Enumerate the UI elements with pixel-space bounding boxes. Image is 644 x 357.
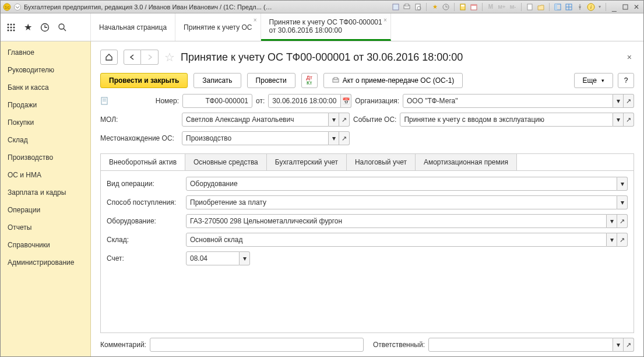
sidebar-item-prod[interactable]: Производство (1, 149, 90, 166)
sidebar-item-purchase[interactable]: Покупки (1, 114, 90, 131)
report-button[interactable]: Акт о приеме-передаче ОС (ОС-1) (323, 73, 463, 88)
window-minimize-icon[interactable]: _ (610, 2, 619, 12)
tool-folder-icon[interactable] (536, 2, 546, 12)
open-icon[interactable] (624, 338, 634, 352)
tool-save-icon[interactable] (391, 2, 400, 12)
tool-m-icon[interactable]: M (486, 2, 495, 12)
svg-point-29 (8, 29, 9, 31)
apps-icon[interactable] (6, 23, 16, 32)
itab-fixed-assets[interactable]: Основные средства (185, 154, 267, 170)
open-icon[interactable] (617, 214, 628, 228)
chevron-down-icon[interactable]: ▾ (607, 214, 617, 228)
dt-kt-button[interactable]: ДтКт (301, 73, 318, 88)
content-close-icon[interactable]: × (625, 50, 634, 64)
chevron-down-icon[interactable]: ▾ (617, 177, 628, 191)
tool-panel-left-icon[interactable] (553, 2, 562, 12)
sidebar-item-manager[interactable]: Руководителю (1, 61, 90, 79)
app-logo-icon: 1c (3, 3, 11, 11)
chevron-down-icon[interactable]: ▾ (617, 195, 628, 209)
itab-amort[interactable]: Амортизационная премия (416, 154, 517, 170)
chevron-down-icon[interactable]: ▾ (607, 233, 617, 247)
more-button[interactable]: Еще▾ (574, 73, 613, 88)
itab-tax[interactable]: Налоговый учет (347, 154, 416, 170)
sidebar-item-reports[interactable]: Отчеты (1, 219, 90, 236)
svg-rect-10 (461, 5, 464, 6)
open-icon[interactable] (617, 233, 628, 247)
tool-panel-grid-icon[interactable] (564, 2, 573, 12)
calendar-icon[interactable] (341, 94, 351, 108)
tool-calendar-icon[interactable] (469, 2, 478, 12)
event-input[interactable]: Принятие к учету с вводом в эксплуатацию (400, 113, 613, 127)
tool-history-icon[interactable] (441, 2, 451, 12)
tool-info-dd-icon[interactable]: ▾ (597, 2, 602, 12)
sidebar-item-bank[interactable]: Банк и касса (1, 79, 90, 96)
date-input[interactable]: 30.06.2016 18:00:00 (268, 94, 341, 108)
tool-calc-icon[interactable] (458, 2, 467, 12)
itab-noncurrent[interactable]: Внеоборотный актив (101, 154, 185, 170)
number-input[interactable]: ТФ00-000001 (182, 94, 252, 108)
tool-print-icon[interactable] (402, 2, 411, 12)
dropdown-icon[interactable] (13, 3, 22, 11)
mol-input[interactable]: Светлов Александр Анатольевич (182, 113, 329, 127)
optype-input[interactable]: Оборудование (186, 177, 617, 191)
chevron-down-icon[interactable]: ▾ (329, 131, 339, 145)
optype-label: Вид операции: (107, 180, 182, 188)
favorite-icon[interactable]: ☆ (164, 50, 175, 64)
tab-close-icon[interactable]: × (254, 17, 257, 23)
row-comment-resp: Комментарий: Ответственный: ▾ (100, 338, 634, 352)
post-and-close-button[interactable]: Провести и закрыть (100, 73, 188, 88)
tab-row: ★ Начальная страница Принятие к учету ОС… (1, 13, 643, 41)
tool-settings-icon[interactable] (575, 2, 585, 12)
sidebar-item-stock[interactable]: Склад (1, 131, 90, 149)
tool-info-icon[interactable]: i (586, 2, 596, 12)
chevron-down-icon[interactable]: ▾ (613, 113, 624, 127)
window-close-icon[interactable]: ✕ (632, 2, 641, 12)
sidebar-item-sales[interactable]: Продажи (1, 96, 90, 114)
help-button[interactable]: ? (618, 73, 634, 88)
open-icon[interactable] (624, 94, 634, 108)
chevron-down-icon[interactable]: ▾ (613, 94, 624, 108)
open-icon[interactable] (339, 113, 350, 127)
itab-accounting[interactable]: Бухгалтерский учет (267, 154, 347, 170)
back-button[interactable] (124, 50, 141, 65)
resp-input[interactable] (428, 338, 613, 352)
chevron-down-icon[interactable]: ▾ (329, 113, 339, 127)
save-button[interactable]: Записать (193, 73, 241, 88)
open-icon[interactable] (339, 131, 350, 145)
open-icon[interactable] (624, 113, 634, 127)
history-icon[interactable] (40, 23, 50, 32)
post-button[interactable]: Провести (247, 73, 295, 88)
sidebar-item-ref[interactable]: Справочники (1, 236, 90, 254)
favorites-icon[interactable]: ★ (24, 22, 32, 33)
org-input[interactable]: ООО "ТФ-Мега" (403, 94, 613, 108)
tab-close-icon[interactable]: × (383, 17, 387, 23)
tab-accept-os-doc[interactable]: Принятие к учету ОС ТФ00-000001 от 30.06… (261, 13, 391, 41)
number-label: Номер: (112, 97, 179, 105)
comment-input[interactable] (150, 338, 364, 352)
home-button[interactable] (100, 50, 118, 65)
window-maximize-icon[interactable] (621, 2, 630, 12)
forward-button[interactable] (141, 50, 159, 65)
equip-input[interactable]: ГАЗ-270500 298 Цельнометаллический фурго… (186, 214, 607, 228)
acct-input[interactable]: 08.04 (186, 251, 240, 265)
tool-star-icon[interactable]: ★ (430, 2, 439, 12)
sidebar-item-osnma[interactable]: ОС и НМА (1, 166, 90, 184)
sidebar-item-salary[interactable]: Зарплата и кадры (1, 184, 90, 201)
tab-start-page[interactable]: Начальная страница (91, 13, 175, 41)
loc-input[interactable]: Производство (182, 131, 329, 145)
tool-doc-icon[interactable] (525, 2, 534, 12)
tool-preview-icon[interactable] (413, 2, 423, 12)
chevron-down-icon[interactable]: ▾ (240, 251, 250, 265)
sidebar-item-main[interactable]: Главное (1, 44, 90, 61)
chevron-down-icon[interactable]: ▾ (613, 338, 624, 352)
tab-accept-os[interactable]: Принятие к учету ОС × (175, 13, 261, 41)
sidebar-item-ops[interactable]: Операции (1, 201, 90, 219)
loc-label: Местонахождение ОС: (100, 134, 178, 142)
tool-mplus-icon[interactable]: M+ (497, 2, 506, 12)
tool-mminus-icon[interactable]: M- (508, 2, 518, 12)
sidebar: Главное Руководителю Банк и касса Продаж… (1, 41, 91, 356)
search-icon[interactable] (58, 23, 67, 32)
store-input[interactable]: Основной склад (186, 233, 607, 247)
sidebar-item-admin[interactable]: Администрирование (1, 254, 90, 271)
acq-input[interactable]: Приобретение за плату (186, 195, 617, 209)
